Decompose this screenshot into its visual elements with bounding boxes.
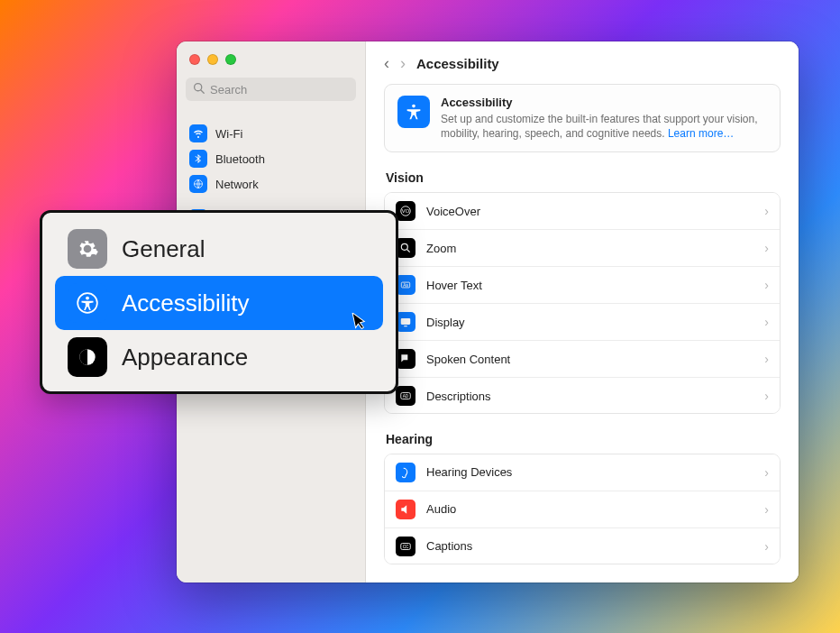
row-zoom[interactable]: Zoom› (385, 230, 780, 267)
accessibility-icon (68, 283, 107, 323)
content-pane: ‹ › Accessibility Accessibility Set up a… (366, 41, 799, 583)
row-label: Descriptions (426, 390, 753, 403)
descriptions-icon: AD (396, 386, 415, 406)
sidebar-item-bluetooth[interactable]: Bluetooth (182, 146, 360, 171)
row-audio[interactable]: Audio› (385, 491, 780, 528)
row-label: Hearing Devices (426, 465, 753, 479)
row-hover-text[interactable]: AaHover Text› (385, 267, 780, 304)
search-input[interactable]: Search (186, 78, 356, 101)
svg-rect-16 (404, 326, 407, 326)
row-label: Audio (426, 502, 753, 516)
row-label: Zoom (426, 242, 753, 255)
chevron-right-icon: › (764, 204, 769, 218)
sidebar-item-wi-fi[interactable]: Wi-Fi (182, 121, 360, 146)
close-button[interactable] (189, 54, 200, 65)
row-captions[interactable]: CCCaptions› (385, 528, 780, 564)
vision-panel: VOVoiceOver›Zoom›AaHover Text›Display›Sp… (384, 192, 781, 413)
info-card: Accessibility Set up and customize the b… (384, 84, 781, 152)
svg-rect-15 (401, 318, 411, 325)
section-vision-title: Vision (386, 170, 781, 185)
chevron-right-icon: › (764, 465, 769, 480)
section-hearing-title: Hearing (386, 432, 781, 446)
accessibility-icon (397, 96, 430, 128)
svg-line-1 (201, 90, 204, 93)
chevron-right-icon: › (764, 389, 769, 403)
callout-item-accessibility[interactable]: Accessibility (55, 276, 383, 330)
back-button[interactable]: ‹ (384, 54, 389, 73)
learn-more-link[interactable]: Learn more… (668, 127, 734, 140)
page-title: Accessibility (416, 56, 499, 71)
nav-row: ‹ › Accessibility (384, 50, 781, 84)
svg-line-12 (407, 250, 410, 252)
gear-icon (68, 229, 107, 269)
callout-label-appearance: Appearance (122, 344, 248, 372)
window-controls (177, 41, 365, 78)
captions-icon: CC (396, 537, 415, 556)
hovertext-icon: Aa (396, 275, 415, 295)
wifi-icon (189, 124, 207, 142)
svg-point-22 (86, 297, 89, 300)
network-icon (189, 175, 207, 193)
svg-text:Aa: Aa (403, 283, 408, 288)
chevron-right-icon: › (764, 278, 769, 292)
callout-label-accessibility: Accessibility (122, 289, 250, 317)
spoken-icon (396, 349, 415, 369)
sidebar-callout: General Accessibility Appearance (40, 210, 398, 394)
row-label: VoiceOver (426, 205, 753, 218)
row-display[interactable]: Display› (385, 304, 780, 341)
chevron-right-icon: › (764, 539, 769, 554)
displayv-icon (396, 312, 415, 332)
hearing-icon (396, 463, 415, 482)
row-label: Spoken Content (426, 353, 753, 366)
svg-text:VO: VO (402, 209, 410, 215)
chevron-right-icon: › (764, 352, 769, 366)
sidebar-item-label: Network (215, 178, 259, 191)
row-spoken-content[interactable]: Spoken Content› (385, 341, 780, 378)
hearing-panel: Hearing Devices›Audio›CCCaptions› (384, 454, 781, 564)
row-voiceover[interactable]: VOVoiceOver› (385, 193, 780, 230)
svg-point-11 (401, 244, 407, 251)
callout-item-general[interactable]: General (55, 222, 383, 276)
svg-text:CC: CC (403, 545, 409, 549)
sidebar-item-network[interactable]: Network (182, 171, 360, 197)
bluetooth-icon (189, 150, 207, 168)
appearance-icon (68, 337, 107, 377)
fullscreen-button[interactable] (225, 54, 236, 65)
callout-label-general: General (122, 235, 205, 263)
info-title: Accessibility (441, 96, 767, 109)
row-label: Hover Text (426, 279, 753, 292)
svg-point-8 (412, 105, 415, 108)
row-hearing-devices[interactable]: Hearing Devices› (385, 454, 780, 491)
minimize-button[interactable] (207, 54, 218, 65)
audio-icon (396, 500, 415, 519)
chevron-right-icon: › (764, 315, 769, 329)
row-descriptions[interactable]: ADDescriptions› (385, 378, 780, 413)
sidebar-item-label: Bluetooth (215, 152, 265, 166)
callout-item-appearance[interactable]: Appearance (55, 330, 383, 384)
row-label: Captions (426, 539, 753, 553)
search-icon (193, 82, 205, 96)
search-placeholder: Search (210, 83, 247, 96)
svg-text:AD: AD (403, 394, 409, 399)
sidebar-item-label: Wi-Fi (215, 127, 242, 141)
voiceover-icon: VO (396, 201, 415, 221)
forward-button[interactable]: › (400, 54, 406, 73)
row-label: Display (426, 316, 753, 329)
chevron-right-icon: › (764, 241, 769, 255)
zoom-icon (396, 238, 415, 258)
chevron-right-icon: › (764, 502, 769, 517)
